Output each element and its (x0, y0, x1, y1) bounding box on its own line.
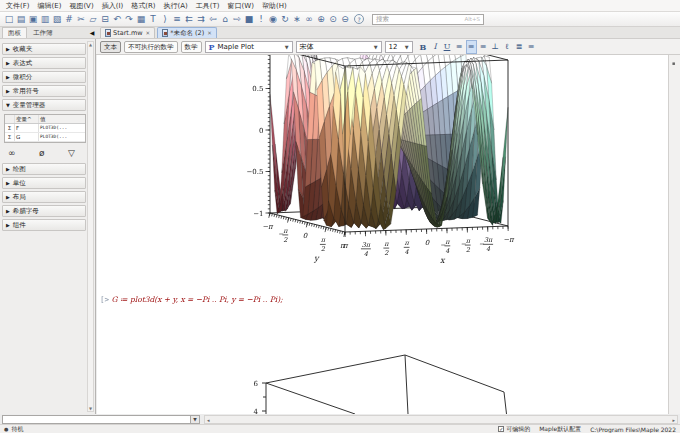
menu-item[interactable]: 帮助(H) (258, 0, 291, 12)
section-arrow-icon: ▼ (6, 102, 10, 108)
insert-math-input-icon[interactable]: ⟩ (159, 13, 171, 26)
align-right-icon[interactable]: ≡ (478, 40, 489, 54)
align-center-icon[interactable]: ≡ (466, 40, 477, 54)
search-input[interactable]: 搜索 Alt+S (372, 14, 484, 25)
mode-math[interactable]: 数学 (181, 41, 202, 53)
section-label: 布局 (13, 193, 26, 202)
menu-item[interactable]: 编辑(E) (34, 0, 66, 12)
section-arrow-icon: ▶ (6, 74, 10, 80)
close-icon[interactable]: ✕ (146, 28, 151, 38)
annotate-pen-icon[interactable]: ℓ (502, 40, 513, 54)
indent-icon[interactable]: ⇉ (195, 13, 207, 26)
palette-common-symbols[interactable]: ▶ 常用符号 (2, 85, 86, 97)
go-forward-icon[interactable]: ⇨ (231, 13, 243, 26)
menu-item[interactable]: 执行(A) (160, 0, 192, 12)
scroll-left-icon[interactable]: ◂ (207, 417, 210, 423)
restart-icon[interactable]: ↻ (279, 13, 291, 26)
scroll-down-icon[interactable]: ▼ (89, 406, 92, 411)
horizontal-scrollbar[interactable]: ◂ ▸ (204, 415, 678, 424)
insert-drawing-icon[interactable]: ▦ (135, 13, 147, 26)
zoom-reset-icon[interactable]: ⊙ (327, 13, 339, 26)
menu-item[interactable]: 格式(R) (127, 0, 159, 12)
save-icon[interactable]: ▣ (27, 13, 39, 26)
variable-row[interactable]: Σ G PLOT3D(... (5, 133, 85, 142)
bullet-list-icon[interactable]: ≡ (526, 40, 537, 54)
edit-region-icon[interactable]: # (63, 13, 75, 26)
menu-item[interactable]: 视图(V) (65, 0, 97, 12)
variable-row[interactable]: Σ F PLOT3D(... (5, 124, 85, 133)
paste-icon[interactable]: ⊟ (99, 13, 111, 26)
open-file-icon[interactable]: ▤ (15, 13, 27, 26)
plot3d-surface-sinxy[interactable] (97, 55, 668, 414)
font-dropdown[interactable]: 宋体 ▼ (296, 41, 382, 53)
section-arrow-icon: ▶ (6, 60, 10, 66)
undo-icon[interactable]: ↶ (111, 13, 123, 26)
variable-manager-header[interactable]: 变量^ 值 (5, 115, 85, 124)
insert-section-icon[interactable]: ≡ (171, 13, 183, 26)
numbered-list-icon[interactable]: ≣ (514, 40, 525, 54)
interrupt-icon[interactable]: ■ (243, 13, 255, 26)
vertical-scrollbar[interactable]: ▪ (668, 55, 680, 414)
align-left-icon[interactable]: ≡ (454, 40, 465, 54)
bottom-combobox[interactable]: ▼ (2, 415, 200, 424)
go-home-icon[interactable]: ⌂ (219, 13, 231, 26)
chevron-down-icon: ▼ (285, 44, 289, 50)
maple-document-icon (105, 29, 111, 37)
hide-variables-icon[interactable]: ø (39, 148, 45, 158)
palette-units[interactable]: ▶ 单位 (2, 177, 86, 189)
print-icon[interactable]: ▥ (39, 13, 51, 26)
palette-greek[interactable]: ▶ 希腊字母 (2, 205, 86, 217)
palette-layout[interactable]: ▶ 布局 (2, 191, 86, 203)
paragraph-style-dropdown[interactable]: P Maple Plot ▼ (205, 41, 293, 53)
mode-nonexecutable-math[interactable]: 不可执行的数学 (124, 41, 178, 53)
new-document-icon[interactable]: □ (3, 13, 15, 26)
palette-components[interactable]: ▶ 组件 (2, 219, 86, 231)
editable-checkbox[interactable]: ✓ (498, 426, 504, 432)
sidebar-tab-panels[interactable]: 面板 (2, 27, 27, 38)
section-label: 微积分 (13, 73, 33, 82)
scroll-right-icon[interactable]: ▸ (672, 417, 675, 423)
maple-input-line[interactable]: [> G ≔ plot3d(x + y, x = −Pi .. Pi, y = … (100, 295, 283, 304)
print-preview-icon[interactable]: ▧ (51, 13, 63, 26)
zoom-out-icon[interactable]: ⊖ (339, 13, 351, 26)
palette-calculus[interactable]: ▶ 微积分 (2, 71, 86, 83)
palette-drawing[interactable]: ▶ 绘图 (2, 163, 86, 175)
copy-icon[interactable]: ▱ (87, 13, 99, 26)
redo-icon[interactable]: ↷ (123, 13, 135, 26)
menu-item[interactable]: 插入(I) (98, 0, 128, 12)
hyperlink-icon[interactable]: ∞ (303, 13, 315, 26)
italic-icon[interactable]: I (430, 40, 441, 54)
palette-variable-manager[interactable]: ▼ 变量管理器 (2, 99, 86, 111)
baseline-tool-icon[interactable]: ⊥ (490, 40, 501, 54)
palette-expression[interactable]: ▶ 表达式 (2, 57, 86, 69)
scroll-up-icon[interactable]: ▲ (89, 42, 92, 47)
scroll-marker-icon: ▪ (672, 60, 675, 66)
help-icon[interactable]: ? (354, 14, 364, 24)
underline-icon[interactable]: U (442, 40, 453, 54)
go-back-icon[interactable]: ⇦ (207, 13, 219, 26)
bold-icon[interactable]: B (418, 40, 429, 54)
menu-item[interactable]: 工具(T) (192, 0, 224, 12)
palette-favorites[interactable]: ▶ 收藏夹 (2, 43, 86, 55)
zoom-in-icon[interactable]: ⊕ (315, 13, 327, 26)
debug-icon[interactable]: ◉ (267, 13, 279, 26)
sidebar-scrollbar[interactable]: ▲ ▼ (87, 41, 94, 412)
section-arrow-icon: ▶ (6, 46, 10, 52)
outdent-icon[interactable]: ⇇ (183, 13, 195, 26)
mode-text[interactable]: 文本 (100, 41, 121, 53)
sidebar-tab-workbook[interactable]: 工作簿 (27, 27, 59, 38)
menu-item[interactable]: 文件(F) (2, 0, 34, 12)
menu-item[interactable]: 窗口(W) (224, 0, 258, 12)
close-icon[interactable]: ✕ (207, 28, 212, 38)
collapse-sidebar-arrow-icon[interactable]: ◀ (88, 27, 96, 38)
execute-icon[interactable]: ! (255, 13, 267, 26)
tab-untitled-2[interactable]: *未命名 (2) ✕ (157, 27, 217, 38)
tab-start-mw[interactable]: Start.mw ✕ (100, 27, 155, 38)
font-size-dropdown[interactable]: 12 ▼ (385, 41, 413, 53)
filter-variables-icon[interactable]: ▽ (68, 148, 75, 158)
assistant-icon[interactable]: ∗ (291, 13, 303, 26)
main-toolbar: □▤▣▥▧#✂▱⊟↶↷▦T⟩≡⇇⇉⇦⌂⇨■!◉↻∗∞⊕⊙⊖ ? 搜索 Alt+S (0, 12, 680, 27)
cut-icon[interactable]: ✂ (75, 13, 87, 26)
link-variables-icon[interactable]: ∞ (8, 148, 16, 158)
insert-text-icon[interactable]: T (147, 13, 159, 26)
